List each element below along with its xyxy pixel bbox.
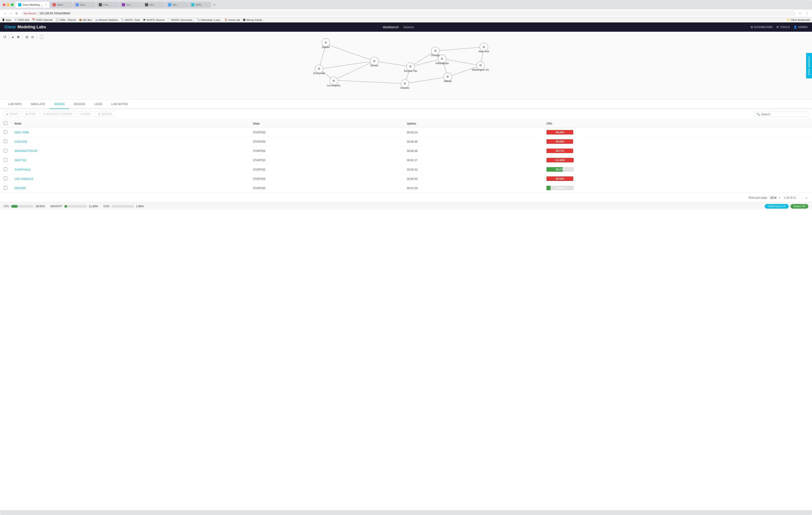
node-name-4[interactable]: SUNNYVALE — [14, 168, 31, 171]
inactive-tab-7[interactable]: DNS... — [188, 2, 211, 8]
svg-text:⊕: ⊕ — [446, 75, 449, 78]
inactive-tab-4[interactable]: Cre... — [119, 2, 142, 8]
forward-button[interactable]: → — [9, 11, 13, 16]
inactive-tab-5[interactable]: 0xJ... — [142, 2, 165, 8]
bookmark-homelab[interactable]: 🏠 Home Lab — [225, 18, 240, 21]
node-name-2[interactable]: WASHINGTON DC — [14, 149, 38, 153]
prev-page-button[interactable]: ‹ — [800, 195, 803, 200]
disk-metric: DISK 1.66% — [104, 205, 144, 208]
bookmark-murray[interactable]: 👨‍👩‍👧 Murray Family — [243, 18, 262, 21]
memory-bar-wrapper — [64, 205, 87, 208]
bookmark-interesting[interactable]: 🔍 Interesting / Look... — [197, 18, 222, 21]
row-checkbox-cell — [0, 174, 11, 183]
inactive-tab-6[interactable]: Sta... — [165, 2, 188, 8]
cpu-metric: CPU 28.91% — [4, 205, 45, 208]
state-badge-2: STARTED — [253, 149, 265, 153]
status-ok-badge[interactable]: Status OK — [790, 204, 808, 209]
close-traffic-light[interactable] — [3, 3, 5, 6]
node-name-5[interactable]: LOS ANGELES — [14, 177, 33, 181]
bookmark-wustl-docs[interactable]: 📄 WUSTL Document... — [168, 18, 194, 21]
bookmark-wustl-tools[interactable]: 🔧 WUSTL Tools — [121, 18, 140, 21]
extract-configs-button[interactable]: ⬇ EXTRACT CONFIGS — [40, 111, 76, 117]
tab-logs[interactable]: LOGS — [89, 100, 107, 109]
murray-icon: 👨‍👩‍👧 — [243, 18, 246, 21]
cpu-bar-wrapper-6: 15.68% — [547, 186, 574, 190]
delete-button[interactable]: 🗑 DELETE — [95, 111, 115, 117]
bookmark-apps[interactable]: 📱 Apps — [2, 18, 11, 21]
nodes-panel: ▶ START ■ STOP ⬇ EXTRACT CONFIGS ⊘ WIPE — [0, 109, 812, 203]
search-container[interactable]: 🔍 — [754, 112, 808, 117]
bookmark-calendar[interactable]: 📅 O365 Calendar — [32, 18, 53, 21]
bookmark-button[interactable]: ☆ — [798, 11, 803, 16]
node-name-1[interactable]: CHICAGO — [14, 140, 27, 143]
wipe-button[interactable]: ⊘ WIPE — [77, 111, 93, 117]
row-checkbox-2[interactable] — [4, 149, 7, 152]
row-checkbox-cell — [0, 128, 11, 137]
row-checkbox-5[interactable] — [4, 177, 7, 180]
tools-button[interactable]: ⚙ TOOLS — [776, 25, 790, 29]
row-cpu-cell: 60.27% — [543, 165, 812, 174]
notifications-badge[interactable]: Notifications 92 — [765, 204, 789, 209]
homelab-label: Home Lab — [228, 19, 240, 21]
minimize-traffic-light[interactable] — [7, 3, 9, 6]
row-checkbox-3[interactable] — [4, 158, 7, 162]
node-name-0[interactable]: NEW YORK — [14, 131, 29, 134]
select-all-checkbox[interactable] — [4, 121, 7, 125]
inactive-tab-2[interactable]: Goo... — [73, 2, 96, 8]
start-label: START — [9, 113, 18, 116]
back-button[interactable]: ← — [3, 11, 8, 16]
svg-text:Indianapolis: Indianapolis — [435, 62, 449, 65]
start-button[interactable]: ▶ START — [4, 111, 21, 117]
new-tab-button[interactable]: + — [212, 2, 217, 8]
pointer-tool[interactable]: ● — [11, 34, 15, 40]
admin-button[interactable]: 👤 ADMIN — [793, 25, 808, 29]
row-checkbox-0[interactable] — [4, 130, 7, 134]
maximize-traffic-light[interactable] — [11, 3, 13, 6]
not-secure-indicator: Not Secure — [24, 12, 36, 15]
tab-simulate[interactable]: SIMULATE — [26, 100, 50, 109]
fit-tool[interactable]: ⛶ — [39, 34, 44, 40]
bookmark-planner[interactable]: 📋 O365 - Planner — [56, 18, 76, 21]
tab-lab-info[interactable]: LAB INFO — [4, 100, 26, 109]
tab-lab-notes[interactable]: LAB NOTES — [107, 100, 133, 109]
tab-close-button[interactable]: × — [45, 4, 47, 6]
row-checkbox-4[interactable] — [4, 168, 7, 171]
row-checkbox-6[interactable] — [4, 186, 7, 189]
inactive-tab-3[interactable]: CmL... — [96, 2, 119, 8]
hand-tool[interactable]: ✚ — [16, 34, 21, 40]
next-page-button[interactable]: › — [805, 195, 808, 200]
rows-per-page-select[interactable]: 10 25 50 — [770, 196, 777, 200]
node-name-6[interactable]: DENVER — [14, 187, 26, 190]
address-input-bar[interactable]: Not Secure | 192.168.86.33/lab/fd6db0 — [21, 11, 796, 16]
node-name-3[interactable]: SEATTLE — [14, 159, 26, 162]
bookmark-wustl-devices[interactable]: 💻 WUSTL Devices — [143, 18, 165, 21]
state-badge-1: STARTED — [253, 140, 265, 143]
network-stats-label: Network Statistics — [98, 19, 118, 21]
refresh-tool[interactable]: ↺ — [2, 34, 7, 40]
reload-button[interactable]: ↻ — [14, 11, 19, 16]
row-checkbox-1[interactable] — [4, 140, 7, 143]
col-header-node: Node — [11, 120, 250, 128]
bookmark-other[interactable]: 📁 Other Bookmarks — [787, 18, 810, 21]
active-tab[interactable]: Cisco Modeling Labs × — [16, 2, 49, 8]
tab-design[interactable]: DESIGN — [69, 100, 90, 109]
row-cpu-cell: 111.36% — [543, 156, 812, 165]
bookmark-wubox[interactable]: 📦 WU Box — [79, 18, 92, 21]
dashboard-button[interactable]: ⊞ DASHBOARD — [751, 25, 773, 29]
add-nodes-button[interactable]: ADD NODES — [806, 53, 812, 78]
zoom-out-tool[interactable]: ⊖ — [30, 34, 35, 40]
topology-svg: ⊕ Seattle ⊕ Sunnyvale ⊕ Los Angeles ⊕ De… — [0, 32, 812, 99]
topology-canvas[interactable]: ↺ ● ✚ ⊕ ⊖ ⛶ — [0, 32, 812, 100]
extensions-button[interactable]: ⋮ — [804, 11, 809, 16]
mail-icon: 📧 — [14, 18, 17, 21]
zoom-in-tool[interactable]: ⊕ — [25, 34, 29, 40]
search-input[interactable] — [761, 113, 806, 116]
stop-button[interactable]: ■ STOP — [23, 111, 39, 117]
bookmark-network-stats[interactable]: 📊 Network Statistics — [95, 18, 118, 21]
tab-nodes[interactable]: NODES — [50, 100, 69, 109]
topology-nodes[interactable]: ⊕ Seattle ⊕ Sunnyvale ⊕ Los Angeles ⊕ De… — [313, 38, 489, 89]
inactive-tab[interactable]: Inbox — [50, 2, 72, 8]
bookmark-o365mail[interactable]: 📧 O365 Mail — [14, 18, 29, 21]
tab-label-dns: DNS... — [196, 3, 203, 6]
table-row: CHICAGO STARTED 00:00:46 98.06% — [0, 137, 812, 146]
